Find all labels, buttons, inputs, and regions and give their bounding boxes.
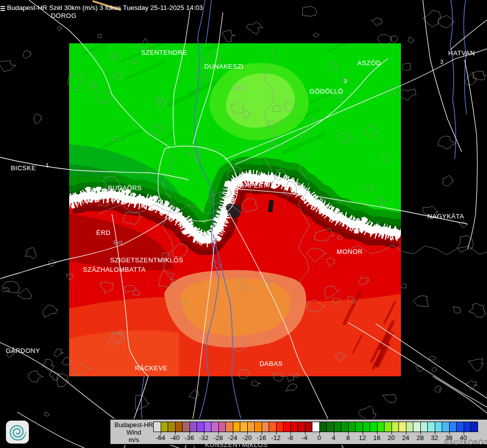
legend-color-cell: [254, 422, 262, 432]
legend-unit: m/s: [112, 436, 155, 444]
legend-product: Budapest-HR: [112, 421, 155, 429]
legend-color-cell: [291, 422, 298, 432]
city-label: DUNAKESZI: [204, 63, 244, 70]
city-label: BICSKE: [11, 164, 36, 172]
legend-color-cell: [391, 422, 399, 432]
legend-tick-label: -4: [302, 434, 308, 442]
legend-color-cell: [312, 422, 319, 432]
city-label: GÁRDONY: [5, 347, 40, 354]
legend-color-cell: [427, 422, 435, 432]
legend-tick-label: 8: [346, 434, 350, 442]
legend-tick-label: 0: [317, 434, 321, 442]
city-label: SZÁZHALOMBATTA: [83, 266, 146, 273]
road-label: 3: [344, 78, 347, 84]
edge-city-label: NAGYKÖRÖS: [444, 439, 487, 446]
legend-tick-label: 16: [373, 434, 380, 442]
legend-tick-label: -8: [288, 434, 293, 442]
legend-color-cell: [449, 422, 457, 432]
city-label: DABAS: [260, 360, 283, 367]
legend-color-cell: [348, 422, 356, 432]
legend-color-cell: [218, 422, 226, 432]
city-label: NAGYKÁTA: [427, 213, 464, 220]
legend-color-cell: [240, 422, 247, 432]
city-label: MONOR: [337, 248, 363, 255]
city-label: BUDAPEST: [230, 182, 267, 189]
city-label: SZIGETSZENTMIKLÓS: [110, 256, 183, 264]
legend-color-cell: [204, 422, 211, 432]
radar-app-screen: { "title": { "bar_text": "Budapest-HR Sz…: [0, 0, 487, 448]
legend-color-cell: [442, 422, 449, 432]
legend-color-cell: [168, 422, 175, 432]
legend-color-cell: [363, 422, 370, 432]
legend-color-cell: [196, 422, 204, 432]
legend-color-cell: [305, 422, 312, 432]
legend-color-cell: [161, 422, 168, 432]
legend-color-cell: [225, 422, 233, 432]
spiral-logo-icon: [6, 421, 29, 444]
radar-map-canvas: [0, 0, 487, 448]
legend-color-cell: [398, 422, 406, 432]
city-label: ÉRD: [97, 229, 111, 236]
legend-tick-label: -12: [271, 434, 281, 442]
legend-tick-label: -24: [228, 434, 237, 442]
city-label: RÁCKEVE: [135, 364, 168, 372]
color-legend: Budapest-HR Wind m/s -64-40-36-32-28-24-…: [109, 419, 487, 445]
legend-color-cell: [182, 422, 190, 432]
legend-color-cell: [456, 422, 464, 432]
legend-color-cell: [334, 422, 341, 432]
legend-color-cells: [153, 422, 478, 432]
legend-color-cell: [355, 422, 363, 432]
city-label: ASZÓD: [357, 59, 381, 67]
legend-color-cell: [153, 422, 161, 432]
legend-color-cell: [413, 422, 420, 432]
legend-color-cell: [190, 422, 197, 432]
legend-color-cell: [262, 422, 269, 432]
legend-tick-label: 4: [332, 434, 335, 442]
legend-color-cell: [211, 422, 218, 432]
legend-color-cell: [247, 422, 255, 432]
legend-color-cell: [420, 422, 428, 432]
legend-tick-label: -64: [156, 434, 165, 442]
legend-color-cell: [464, 422, 471, 432]
title-bar: Budapest-HR Szél 30km (m/s) 3 fokos Tues…: [7, 4, 203, 11]
legend-color-cell: [297, 422, 305, 432]
road-label: 3: [440, 59, 443, 65]
city-label: HATVAN: [448, 49, 475, 57]
city-label: SZENTENDRE: [141, 49, 187, 56]
legend-tick-label: -32: [199, 434, 208, 442]
legend-color-cell: [341, 422, 348, 432]
legend-tick-label: -16: [257, 434, 266, 442]
spiral-stroke: [10, 426, 23, 441]
legend-tick-label: 12: [359, 434, 366, 442]
road-label: Fót: [234, 85, 242, 91]
legend-tick-label: 20: [388, 434, 394, 442]
legend-color-cell: [384, 422, 391, 432]
city-label: DOROG: [51, 12, 77, 19]
legend-color-cell: [471, 422, 478, 432]
legend-color-cell: [435, 422, 442, 432]
legend-tick-label: -28: [213, 434, 223, 442]
legend-tick-label: 24: [402, 434, 409, 442]
road-label: Érd: [113, 239, 122, 245]
legend-tick-label: -40: [170, 434, 180, 442]
legend-color-cell: [233, 422, 240, 432]
road-label: 1: [46, 162, 49, 168]
legend-color-cell: [326, 422, 334, 432]
city-label: BUDAÖRS: [108, 184, 142, 192]
weather-app-logo: [6, 421, 29, 444]
legend-title: Budapest-HR Wind m/s: [112, 421, 155, 444]
legend-color-cell: [269, 422, 276, 432]
legend-parameter: Wind: [112, 429, 155, 436]
legend-color-cell: [175, 422, 183, 432]
legend-color-cell: [319, 422, 327, 432]
legend-color-cell: [276, 422, 284, 432]
legend-color-cell: [370, 422, 377, 432]
legend-tick-label: -36: [185, 434, 194, 442]
legend-color-cell: [283, 422, 291, 432]
window-glyph-icon: [0, 6, 5, 12]
legend-tick-label: 32: [431, 434, 438, 442]
edge-city-label: KUNSZENTMIKLÓS: [205, 441, 268, 448]
legend-color-cell: [406, 422, 413, 432]
legend-color-cell: [377, 422, 385, 432]
legend-tick-label: -20: [242, 434, 252, 442]
